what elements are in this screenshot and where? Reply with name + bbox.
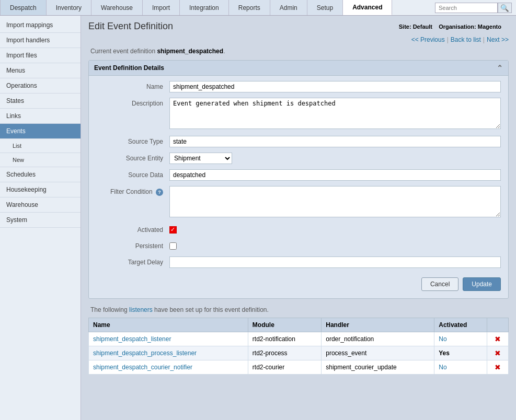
tab-import[interactable]: Import (143, 0, 180, 15)
org-label: Organisation: (439, 24, 476, 30)
activated-field (169, 224, 501, 235)
tab-integration[interactable]: Integration (180, 0, 229, 15)
delete-icon[interactable]: ✖ (495, 363, 501, 371)
delete-icon[interactable]: ✖ (495, 349, 501, 357)
target-delay-label: Target Delay (96, 256, 169, 266)
listener-name-link[interactable]: shipment_despatch_listener (93, 335, 171, 343)
collapse-icon[interactable]: ⌃ (497, 64, 503, 72)
listener-name-cell: shipment_despatch_listener (89, 332, 248, 346)
search-input[interactable] (435, 3, 498, 13)
sidebar-item-housekeeping[interactable]: Housekeeping (0, 182, 81, 197)
card-header: Event Definition Details ⌃ (89, 61, 508, 76)
listener-activated-value: Yes (439, 349, 450, 357)
filter-condition-input[interactable] (169, 186, 501, 217)
sidebar-item-menus[interactable]: Menus (0, 63, 81, 78)
back-to-list-link[interactable]: Back to list (451, 36, 481, 43)
listener-module-cell: rtd2-notification (248, 332, 321, 346)
source-type-label: Source Type (96, 136, 169, 145)
search-box: 🔍 (435, 0, 516, 15)
card-title: Event Definition Details (94, 64, 164, 72)
tab-reports[interactable]: Reports (229, 0, 270, 15)
page-layout: Import mappings Import handlers Import f… (0, 16, 516, 420)
listeners-link[interactable]: listeners (129, 306, 153, 313)
listeners-section: The following listeners have been set up… (88, 306, 509, 375)
source-data-label: Source Data (96, 169, 169, 179)
listener-module-cell: rtd2-process (248, 346, 321, 360)
target-delay-input[interactable] (169, 256, 501, 268)
col-header-handler: Handler (322, 318, 434, 332)
tab-advanced[interactable]: Advanced (343, 0, 392, 15)
filter-condition-info-icon[interactable]: ? (156, 189, 163, 196)
source-data-input[interactable] (169, 169, 501, 181)
sidebar-item-events[interactable]: Events (0, 124, 81, 139)
col-header-action (487, 318, 508, 332)
persistent-field (169, 240, 501, 251)
current-event-prefix: Current event definition (90, 48, 155, 55)
field-persistent-row: Persistent (96, 240, 501, 251)
tab-admin[interactable]: Admin (270, 0, 307, 15)
sidebar-item-import-mappings[interactable]: Import mappings (0, 18, 81, 33)
sidebar-item-events-new[interactable]: New (0, 153, 81, 167)
field-filter-condition-row: Filter Condition ? (96, 186, 501, 219)
source-entity-select[interactable]: Shipment Order Item (169, 153, 232, 164)
top-navigation: Despatch Inventory Warehouse Import Inte… (0, 0, 516, 16)
tab-despatch[interactable]: Despatch (0, 0, 47, 15)
activated-checkbox[interactable] (169, 226, 177, 234)
listener-name-cell: shipment_despatch_process_listener (89, 346, 248, 360)
cancel-button[interactable]: Cancel (421, 277, 458, 291)
field-source-data-row: Source Data (96, 169, 501, 181)
description-input[interactable]: Event generated when shipment is despatc… (169, 98, 501, 129)
field-name-row: Name (96, 81, 501, 92)
previous-link[interactable]: << Previous (411, 36, 445, 43)
sidebar-item-links[interactable]: Links (0, 109, 81, 124)
col-header-module: Module (248, 318, 321, 332)
persistent-checkbox[interactable] (169, 242, 177, 250)
listener-name-link[interactable]: shipment_despatch_courier_notifier (93, 364, 192, 371)
event-definition-card: Event Definition Details ⌃ Name Descript… (88, 60, 509, 299)
sep2: | (483, 36, 485, 43)
table-row: shipment_despatch_courier_notifier rtd2-… (89, 360, 509, 375)
listener-handler-cell: process_event (322, 346, 434, 360)
field-target-delay-row: Target Delay (96, 256, 501, 268)
sidebar-item-import-files[interactable]: Import files (0, 48, 81, 63)
name-input[interactable] (169, 81, 501, 92)
listeners-intro: The following listeners have been set up… (88, 306, 509, 313)
page-title: Edit Event Definition (88, 21, 399, 32)
site-label: Site: (399, 24, 411, 30)
sidebar-item-system[interactable]: System (0, 213, 81, 228)
sidebar-item-schedules[interactable]: Schedules (0, 167, 81, 182)
site-value: Default (413, 24, 432, 30)
sidebar-item-events-list[interactable]: List (0, 139, 81, 153)
field-activated-row: Activated (96, 224, 501, 235)
delete-icon[interactable]: ✖ (495, 335, 501, 343)
sidebar-item-warehouse[interactable]: Warehouse (0, 197, 81, 213)
tab-setup[interactable]: Setup (307, 0, 343, 15)
sidebar-item-import-handlers[interactable]: Import handlers (0, 33, 81, 48)
current-event-suffix: . (223, 48, 225, 55)
listeners-table: Name Module Handler Activated shipment_d… (88, 318, 509, 375)
name-field (169, 81, 501, 92)
update-button[interactable]: Update (463, 277, 501, 291)
sidebar: Import mappings Import handlers Import f… (0, 16, 81, 420)
description-field: Event generated when shipment is despatc… (169, 98, 501, 131)
description-label: Description (96, 98, 169, 107)
field-source-entity-row: Source Entity Shipment Order Item (96, 153, 501, 164)
field-description-row: Description Event generated when shipmen… (96, 98, 501, 131)
persistent-label: Persistent (96, 240, 169, 250)
tab-inventory[interactable]: Inventory (47, 0, 91, 15)
listener-delete-cell: ✖ (487, 360, 508, 375)
listener-name-link[interactable]: shipment_despatch_process_listener (93, 349, 197, 357)
pagination-row: << Previous | Back to list | Next >> (88, 36, 509, 43)
tab-warehouse[interactable]: Warehouse (91, 0, 143, 15)
next-link[interactable]: Next >> (487, 36, 509, 43)
search-button[interactable]: 🔍 (498, 3, 512, 13)
listener-activated-cell: No (434, 360, 487, 375)
listener-delete-cell: ✖ (487, 346, 508, 360)
listener-activated-cell: No (434, 332, 487, 346)
current-event-notice: Current event definition shipment_despat… (88, 48, 509, 55)
source-type-input[interactable] (169, 136, 501, 147)
sidebar-item-states[interactable]: States (0, 94, 81, 109)
listener-module-cell: rtd2-courier (248, 360, 321, 375)
sidebar-item-operations[interactable]: Operations (0, 78, 81, 94)
filter-condition-label: Filter Condition ? (96, 186, 169, 196)
